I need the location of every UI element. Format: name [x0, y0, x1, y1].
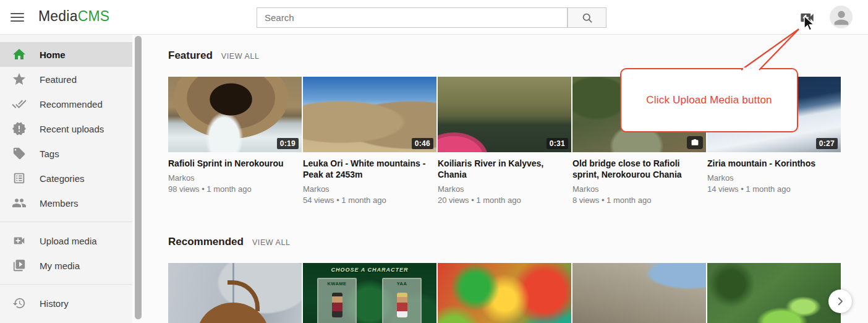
featured-view-all-link[interactable]: VIEW ALL — [221, 52, 260, 61]
video-meta: 14 views • 1 month ago — [707, 184, 841, 194]
sidebar-item-label: Categories — [40, 173, 85, 184]
video-meta: 20 views • 1 month ago — [438, 196, 571, 205]
sidebar-item-my-media[interactable]: My media — [0, 253, 132, 278]
sidebar-item-label: Home — [40, 50, 66, 60]
user-avatar[interactable] — [830, 6, 853, 28]
logo-cms: CMS — [78, 8, 110, 24]
video-meta: 8 views • 1 month ago — [572, 196, 706, 205]
video-thumbnail-fountain[interactable]: 0:19 — [168, 77, 302, 152]
video-thumbnail-rocky-ridge[interactable] — [572, 263, 706, 323]
video-thumbnail-pumpkin-craft[interactable] — [168, 263, 302, 323]
sidebar-divider — [0, 284, 132, 285]
video-title[interactable]: Leuka Ori - White mountains - Peak at 24… — [303, 158, 436, 180]
duration-badge: 0:19 — [277, 138, 299, 149]
video-title[interactable]: Ziria mountain - Korinthos — [707, 158, 841, 169]
video-card[interactable]: 0:31 Koiliaris River in Kalyves, Chania … — [438, 77, 571, 205]
game-character-panel: YAA — [382, 278, 422, 323]
logo[interactable]: MediaCMS — [38, 8, 109, 25]
sidebar-item-label: Tags — [40, 149, 59, 159]
sidebar-item-upload-media[interactable]: Upload media — [0, 228, 132, 253]
video-title[interactable]: Old bridge close to Rafioli sprint, Nero… — [572, 158, 706, 180]
sidebar-divider — [0, 222, 132, 222]
done-all-icon — [12, 97, 27, 111]
sidebar-item-featured[interactable]: Featured — [0, 67, 132, 92]
duration-badge: 0:46 — [412, 138, 433, 149]
sidebar-item-label: Recommended — [40, 99, 103, 110]
top-bar: MediaCMS — [0, 0, 868, 35]
recommended-view-all-link[interactable]: VIEW ALL — [252, 238, 291, 247]
sidebar-item-history[interactable]: History — [0, 291, 132, 316]
recommended-section-header: Recommended VIEW ALL — [168, 236, 868, 248]
game-character-name: YAA — [383, 281, 420, 286]
categories-icon — [12, 171, 27, 186]
search-icon — [581, 12, 594, 24]
annotation-text: Click Upload Media button — [646, 94, 772, 106]
video-author[interactable]: Markos — [707, 173, 841, 183]
video-author[interactable]: Markos — [572, 184, 706, 194]
video-thumbnail-green-leaves[interactable] — [707, 263, 841, 323]
sidebar-scrollbar[interactable] — [135, 36, 142, 319]
annotation-callout: Click Upload Media button — [620, 68, 798, 132]
search-input[interactable] — [257, 7, 568, 28]
video-call-icon — [12, 233, 27, 248]
sidebar-item-categories[interactable]: Categories — [0, 166, 132, 191]
sidebar-item-recommended[interactable]: Recommended — [0, 92, 132, 116]
sidebar-item-recent-uploads[interactable]: Recent uploads — [0, 116, 132, 141]
home-icon — [12, 47, 27, 62]
search-bar — [257, 7, 606, 28]
chevron-right-icon — [835, 296, 846, 307]
group-icon — [12, 196, 27, 210]
sidebar: Home Featured Recommended Recent uploads… — [0, 35, 132, 323]
upload-media-icon — [799, 9, 815, 26]
featured-section-header: Featured VIEW ALL — [168, 50, 868, 62]
game-character-sprite — [332, 293, 343, 317]
photo-badge — [687, 136, 703, 149]
video-card[interactable] — [572, 263, 706, 323]
video-title[interactable]: Rafioli Sprint in Nerokourou — [168, 158, 302, 169]
search-button[interactable] — [568, 7, 606, 28]
sidebar-item-label: History — [40, 298, 69, 309]
video-meta: 54 views • 1 month ago — [303, 196, 436, 205]
game-character-panel: KWAME — [317, 278, 357, 323]
game-character-sprite — [397, 293, 407, 317]
section-title: Featured — [168, 50, 213, 62]
star-icon — [12, 72, 27, 87]
sidebar-item-label: Members — [40, 198, 79, 209]
tag-icon — [12, 146, 27, 161]
logo-media: Media — [38, 8, 78, 24]
sidebar-item-home[interactable]: Home — [0, 42, 132, 67]
sidebar-item-label: Featured — [40, 74, 77, 85]
section-title: Recommended — [168, 236, 244, 248]
video-thumbnail-color-blur[interactable] — [438, 263, 571, 323]
sidebar-item-members[interactable]: Members — [0, 191, 132, 215]
video-card[interactable]: 0:46 Leuka Ori - White mountains - Peak … — [303, 77, 436, 205]
video-thumbnail-river[interactable]: 0:31 — [438, 77, 571, 152]
game-screen-heading: CHOOSE A CHARACTER — [303, 267, 436, 273]
game-character-name: KWAME — [318, 281, 355, 286]
duration-badge: 0:27 — [816, 138, 838, 149]
mediacms-page: MediaCMS Home Featured Recommended — [0, 0, 868, 323]
video-title[interactable]: Koiliaris River in Kalyves, Chania — [438, 158, 571, 180]
sidebar-item-tags[interactable]: Tags — [0, 141, 132, 166]
carousel-next-button[interactable] — [828, 290, 852, 313]
video-card[interactable] — [707, 263, 841, 323]
upload-media-button[interactable] — [798, 9, 815, 27]
video-author[interactable]: Markos — [303, 184, 436, 194]
video-meta: 98 views • 1 month ago — [168, 184, 302, 194]
history-icon — [12, 296, 27, 311]
video-card[interactable] — [438, 263, 571, 323]
sidebar-item-label: Recent uploads — [40, 124, 104, 134]
video-author[interactable]: Markos — [438, 184, 571, 194]
sidebar-item-label: Upload media — [40, 236, 97, 246]
video-card[interactable]: 0:19 Rafioli Sprint in Nerokourou Markos… — [168, 77, 302, 205]
sidebar-item-label: My media — [40, 261, 80, 271]
video-thumbnail-mountains[interactable]: 0:46 — [303, 77, 436, 152]
recommended-video-row: CHOOSE A CHARACTER KWAME YAA Selected Se… — [168, 263, 868, 323]
video-card[interactable] — [168, 263, 302, 323]
video-thumbnail-game-character-select[interactable]: CHOOSE A CHARACTER KWAME YAA Selected Se… — [303, 263, 436, 323]
new-releases-icon — [12, 121, 27, 136]
video-card[interactable]: CHOOSE A CHARACTER KWAME YAA Selected Se… — [303, 263, 436, 323]
video-author[interactable]: Markos — [168, 173, 302, 183]
menu-icon[interactable] — [9, 10, 26, 25]
duration-badge: 0:31 — [547, 138, 568, 149]
